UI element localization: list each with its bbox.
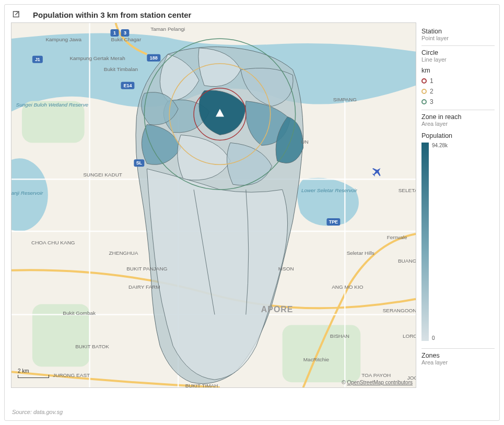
- hwy-shield-e14: E14: [121, 82, 134, 89]
- legend-circle: Circle Line layer km 1 2 3: [421, 46, 495, 110]
- map-label: Bukit Timbalan: [104, 66, 138, 72]
- map-svg: J1 1 3 188 E14 SL TPE Taman Pelangi Kamp…: [11, 23, 416, 387]
- legend-panel: Station Point layer Circle Line layer km…: [416, 22, 499, 388]
- map-label: CHOA CHU KANG: [31, 240, 75, 245]
- map-label: SERANGOON: [383, 308, 416, 313]
- hwy-shield-3: 3: [121, 29, 129, 37]
- map-label: Fernvale: [387, 234, 407, 240]
- map-label: Kranji Reservoir: [11, 190, 43, 196]
- map-label: ZHENGHUA: [109, 250, 138, 256]
- map-label: LORO: [403, 333, 416, 339]
- scale-label: 2 km: [18, 368, 29, 374]
- svg-text:3: 3: [124, 30, 126, 36]
- hwy-shield-188: 188: [147, 54, 160, 62]
- viz-panel: Population within 3 km from station cent…: [4, 4, 500, 421]
- scale-bar: 2 km: [18, 368, 49, 378]
- population-gradient: 94.28k 0: [421, 143, 495, 341]
- hwy-shield-j1: J1: [32, 56, 43, 63]
- panel-title: Population within 3 km from station cent…: [33, 10, 191, 19]
- map-label: Lower Seletar Reservoir: [301, 187, 358, 193]
- map-label: Seletar Hills: [347, 250, 374, 256]
- svg-text:SL: SL: [136, 160, 143, 166]
- swatch-1-icon: [421, 78, 427, 84]
- panel-content: J1 1 3 188 E14 SL TPE Taman Pelangi Kamp…: [5, 22, 499, 388]
- svg-text:1: 1: [113, 30, 116, 36]
- map-label: SUNGEI KADUT: [83, 172, 122, 178]
- swatch-2-icon: [421, 89, 427, 94]
- map-label: DAIRY FARM: [128, 284, 160, 290]
- map-label: BISHAN: [330, 333, 349, 339]
- gradient-bar: [421, 143, 429, 341]
- map-label: TOA PAYOH: [361, 372, 391, 378]
- svg-text:E14: E14: [123, 83, 132, 88]
- map-label: Kampung Gertak Merah: [69, 55, 125, 61]
- map-label: SELETAR: [398, 187, 416, 193]
- legend-zone-reach: Zone in reach Area layer Population 94.2…: [421, 110, 495, 345]
- map-label: Sungei Buloh Wetland Reserve: [16, 102, 89, 108]
- map-label: JURONG EAST: [53, 372, 90, 378]
- map-center-label: APORE: [261, 305, 294, 314]
- svg-text:188: 188: [150, 55, 158, 61]
- map-label: MacRitchie: [303, 357, 330, 362]
- legend-station: Station Point layer: [421, 25, 495, 46]
- legend-km-1[interactable]: 1: [421, 77, 495, 85]
- legend-km-2[interactable]: 2: [421, 88, 495, 95]
- panel-header: Population within 3 km from station cent…: [5, 5, 499, 22]
- map-label: ANG MO KIO: [332, 284, 364, 290]
- map-label: SIMPANG: [333, 97, 357, 102]
- map-label: BUKIT TIMAH: [185, 383, 218, 387]
- source-footer: Source: data.gov.sg: [12, 409, 63, 415]
- hwy-shield-sl: SL: [134, 159, 144, 167]
- legend-km-3[interactable]: 3: [421, 98, 495, 105]
- map-label: Taman Pelangi: [150, 26, 185, 32]
- map-attribution: © OpenStreetMap contributors: [342, 380, 413, 385]
- svg-text:TPE: TPE: [329, 219, 338, 225]
- map-label: MSON: [278, 266, 294, 271]
- legend-zones: Zones Area layer: [421, 348, 495, 370]
- map-label: BUKIT PANJANG: [126, 266, 168, 271]
- osm-link[interactable]: OpenStreetMap contributors: [347, 380, 413, 385]
- map-label: Bukit Gombak: [63, 310, 96, 316]
- map-label: BUANGK: [398, 258, 416, 264]
- hwy-shield-tpe: TPE: [326, 218, 340, 226]
- map-label: Kampung Jawa: [45, 37, 81, 42]
- map-label: UN: [301, 139, 308, 145]
- swatch-3-icon: [421, 99, 427, 104]
- map-label: BUKIT BATOK: [75, 344, 109, 349]
- export-icon[interactable]: [11, 10, 20, 19]
- svg-text:J1: J1: [35, 57, 40, 62]
- map-label: Bukit Chagar: [111, 37, 142, 42]
- hwy-shield-1: 1: [111, 29, 119, 37]
- map-container[interactable]: J1 1 3 188 E14 SL TPE Taman Pelangi Kamp…: [11, 22, 416, 388]
